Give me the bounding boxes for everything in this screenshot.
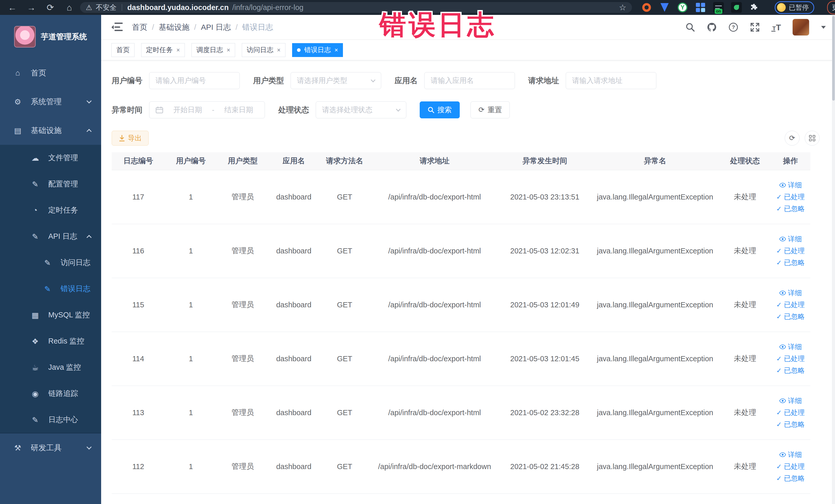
sidebar-item-dev-tools[interactable]: ⚒ 研发工具 bbox=[0, 434, 101, 462]
svg-text:T: T bbox=[776, 23, 781, 32]
search-icon[interactable] bbox=[685, 22, 696, 33]
navbar-actions: ? TT bbox=[685, 19, 826, 36]
user-menu-caret-icon[interactable] bbox=[821, 26, 826, 29]
mark-ignored-link[interactable]: ✓ 已忽略 bbox=[776, 204, 805, 213]
eye-icon bbox=[779, 183, 786, 187]
mark-ignored-link[interactable]: ✓ 已忽略 bbox=[776, 312, 805, 321]
mark-processed-link[interactable]: ✓ 已处理 bbox=[776, 462, 805, 471]
sidebar-item-log-center[interactable]: ✎ 日志中心 bbox=[0, 407, 101, 433]
request-url-input[interactable] bbox=[572, 77, 650, 85]
sidebar-item-label: 定时任务 bbox=[48, 205, 91, 216]
detail-link[interactable]: 详细 bbox=[779, 450, 802, 459]
detail-link[interactable]: 详细 bbox=[779, 288, 802, 298]
column-settings-button[interactable] bbox=[805, 131, 820, 146]
puzzle-extensions-icon[interactable] bbox=[749, 2, 760, 13]
browser-forward-icon[interactable]: → bbox=[23, 3, 40, 13]
tab-access-log[interactable]: 访问日志 × bbox=[242, 43, 285, 57]
sidebar-item-infrastructure[interactable]: ▤ 基础设施 bbox=[0, 116, 101, 145]
process-status-select[interactable]: 请选择处理状态 bbox=[316, 101, 406, 118]
detail-link[interactable]: 详细 bbox=[779, 396, 802, 405]
refresh-table-button[interactable]: ⟳ bbox=[785, 131, 799, 146]
breadcrumb-home[interactable]: 首页 bbox=[132, 22, 147, 33]
mark-ignored-link[interactable]: ✓ 已忽略 bbox=[776, 474, 805, 483]
breadcrumb-infrastructure[interactable]: 基础设施 bbox=[159, 22, 189, 33]
cell-status: 未处理 bbox=[719, 440, 771, 493]
scrollbar-thumb[interactable] bbox=[832, 16, 835, 101]
sidebar-logo-row[interactable]: 芋道管理系统 bbox=[0, 15, 101, 59]
sidebar-item-file-management[interactable]: ☁ 文件管理 bbox=[0, 145, 101, 171]
detail-link[interactable]: 详细 bbox=[779, 235, 802, 244]
breadcrumb-api-log[interactable]: API 日志 bbox=[201, 22, 231, 33]
close-icon[interactable]: × bbox=[227, 46, 230, 54]
extension-green-icon[interactable]: Y bbox=[677, 2, 688, 13]
security-label[interactable]: 不安全 bbox=[96, 3, 117, 12]
sidebar-item-system-management[interactable]: ⚙ 系统管理 bbox=[0, 87, 101, 116]
extension-orange-icon[interactable] bbox=[641, 2, 652, 13]
avatar[interactable] bbox=[792, 19, 809, 36]
cell-status: 未处理 bbox=[719, 332, 771, 386]
collapse-sidebar-icon[interactable] bbox=[111, 23, 123, 32]
address-bar[interactable]: ⚠ 不安全 dashboard.yudao.iocoder.cn /infra/… bbox=[80, 2, 632, 13]
app-name-input[interactable] bbox=[431, 77, 509, 85]
mark-processed-link[interactable]: ✓ 已处理 bbox=[776, 300, 805, 309]
close-icon[interactable]: × bbox=[277, 46, 281, 54]
sidebar-item-java-monitor[interactable]: ☕ Java 监控 bbox=[0, 354, 101, 381]
sidebar-item-access-log[interactable]: ✎ 访问日志 bbox=[0, 249, 101, 276]
page-scrollbar[interactable] bbox=[832, 15, 835, 504]
browser-home-icon[interactable]: ⌂ bbox=[61, 3, 78, 13]
extension-leaf-icon[interactable] bbox=[731, 2, 742, 13]
cell-actions: 详细 ✓ 已处理 ✓ 已忽略 bbox=[771, 224, 810, 278]
sidebar-item-scheduled-tasks[interactable]: ◔ 定时任务 bbox=[0, 197, 101, 223]
mark-ignored-link[interactable]: ✓ 已忽略 bbox=[776, 420, 805, 429]
mark-processed-link[interactable]: ✓ 已处理 bbox=[776, 354, 805, 363]
help-icon[interactable]: ? bbox=[728, 22, 739, 33]
user-id-label: 用户编号 bbox=[111, 76, 142, 86]
breadcrumb-separator: / bbox=[236, 23, 238, 32]
sidebar-item-home[interactable]: ⌂ 首页 bbox=[0, 59, 101, 87]
paused-label: 已暂停 bbox=[789, 3, 809, 12]
search-button[interactable]: 搜索 bbox=[420, 101, 460, 118]
user-type-select[interactable]: 请选择用户类型 bbox=[290, 72, 381, 89]
check-icon: ✓ bbox=[776, 259, 782, 267]
cell-user-id: 1 bbox=[165, 224, 217, 278]
browser-reload-icon[interactable]: ⟳ bbox=[42, 2, 59, 13]
sidebar-item-config-management[interactable]: ✎ 配置管理 bbox=[0, 171, 101, 197]
detail-link[interactable]: 详细 bbox=[779, 342, 802, 351]
sidebar-item-mysql-monitor[interactable]: ▦ MySQL 监控 bbox=[0, 302, 101, 328]
extension-grid-icon[interactable] bbox=[695, 2, 706, 13]
mark-processed-link[interactable]: ✓ 已处理 bbox=[776, 192, 805, 202]
tab-home[interactable]: 首页 bbox=[111, 43, 135, 57]
cell-request-url: /api/infra/db-doc/export-markdown bbox=[370, 440, 499, 493]
extension-on-icon[interactable]: on bbox=[713, 2, 724, 13]
browser-update-button[interactable]: 更新 ⋮ bbox=[827, 1, 835, 14]
github-icon[interactable] bbox=[706, 22, 717, 33]
detail-link[interactable]: 详细 bbox=[779, 181, 802, 190]
range-end-placeholder: 结束日期 bbox=[219, 105, 259, 115]
fullscreen-icon[interactable] bbox=[749, 22, 760, 33]
sidebar-item-label: 链路追踪 bbox=[48, 388, 91, 399]
font-size-icon[interactable]: TT bbox=[771, 22, 782, 33]
close-icon[interactable]: × bbox=[334, 46, 338, 54]
sidebar-item-api-log[interactable]: ✎ API 日志 bbox=[0, 223, 101, 249]
profile-paused-pill[interactable]: 已暂停 bbox=[775, 1, 814, 14]
mark-processed-link[interactable]: ✓ 已处理 bbox=[776, 246, 805, 256]
close-icon[interactable]: × bbox=[176, 46, 180, 54]
cell-exception-name: java.lang.IllegalArgumentException bbox=[591, 278, 719, 332]
user-id-input[interactable] bbox=[156, 77, 233, 85]
sidebar-item-redis-monitor[interactable]: ❖ Redis 监控 bbox=[0, 328, 101, 354]
check-icon: ✓ bbox=[776, 313, 782, 321]
sidebar-item-trace[interactable]: ◉ 链路追踪 bbox=[0, 381, 101, 407]
exception-time-range-picker[interactable]: 开始日期 - 结束日期 bbox=[149, 101, 265, 118]
reset-button[interactable]: ⟳ 重置 bbox=[470, 101, 510, 118]
browser-back-icon[interactable]: ← bbox=[4, 3, 21, 13]
bookmark-star-icon[interactable]: ☆ bbox=[619, 3, 626, 12]
mark-processed-link[interactable]: ✓ 已处理 bbox=[776, 408, 805, 417]
tab-schedule-log[interactable]: 调度日志 × bbox=[191, 43, 235, 57]
sidebar-item-error-log[interactable]: ✎ 错误日志 bbox=[0, 276, 101, 302]
mark-ignored-link[interactable]: ✓ 已忽略 bbox=[776, 366, 805, 375]
export-button[interactable]: 导出 bbox=[111, 131, 149, 146]
extension-shield-icon[interactable] bbox=[659, 2, 670, 13]
tab-scheduled-tasks[interactable]: 定时任务 × bbox=[141, 43, 185, 57]
mark-ignored-link[interactable]: ✓ 已忽略 bbox=[776, 258, 805, 267]
tab-error-log[interactable]: 错误日志 × bbox=[292, 43, 343, 57]
